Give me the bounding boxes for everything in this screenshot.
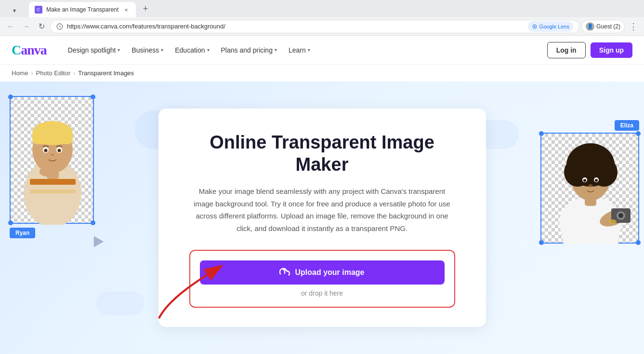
nav-actions: Log in Sign up (547, 42, 632, 58)
google-lens-icon (532, 24, 538, 29)
profile-label: Guest (2) (596, 23, 620, 30)
tab-favicon: C (35, 6, 42, 14)
person-eliza-badge: Eliza (615, 120, 639, 131)
breadcrumb: Home › Photo Editor › Transparent Images (0, 65, 644, 82)
google-lens-label: Google Lens (539, 24, 569, 29)
checkered-bg-right (541, 134, 638, 243)
svg-point-31 (583, 179, 586, 182)
chevron-down-icon: ▾ (308, 47, 310, 53)
tab-list-btn[interactable]: ▾ (8, 4, 21, 17)
profile-avatar: 👤 (586, 22, 594, 31)
person-frame-right (540, 133, 639, 244)
svg-point-34 (588, 184, 593, 187)
signup-button[interactable]: Sign up (591, 42, 632, 58)
breadcrumb-home[interactable]: Home (12, 69, 28, 77)
navbar: Canva Design spotlight ▾ Business ▾ Educ… (0, 36, 644, 65)
arrow-indicator-left (89, 233, 105, 249)
canva-logo[interactable]: Canva (12, 42, 47, 58)
svg-point-13 (58, 149, 61, 152)
nav-education[interactable]: Education ▾ (169, 42, 215, 58)
svg-point-2 (534, 26, 535, 27)
forward-btn[interactable]: → (19, 20, 33, 33)
svg-point-33 (595, 179, 598, 182)
svg-point-29 (572, 147, 609, 174)
person-frame-left (10, 96, 94, 224)
person-card-left: Ryan (10, 96, 94, 238)
red-arrow-svg (149, 260, 236, 323)
google-lens-btn[interactable]: Google Lens (528, 21, 573, 32)
corner-tr-left (91, 95, 95, 99)
corner-bl-right (539, 240, 544, 245)
corner-bl-left (8, 220, 13, 225)
nav-links: Design spotlight ▾ Business ▾ Education … (62, 42, 547, 58)
upload-image-button[interactable]: Upload your image (200, 260, 445, 285)
chevron-down-icon: ▾ (161, 47, 163, 53)
chevron-down-icon: ▾ (207, 47, 210, 53)
corner-br-right (636, 240, 641, 245)
corner-br-left (91, 220, 95, 225)
svg-rect-5 (30, 190, 76, 193)
corner-tl-right (539, 131, 544, 136)
breadcrumb-current: Transparent Images (78, 69, 134, 77)
bg-cloud-3 (96, 291, 145, 315)
drop-text: or drop it here (301, 289, 343, 297)
svg-rect-9 (32, 130, 73, 144)
security-icon (56, 23, 63, 30)
hero-section: Ryan Online Transparent Image Maker Make… (0, 82, 644, 354)
address-bar-row: ← → ↻ Google Lens 👤 Guest (2) ⋮ (0, 17, 644, 36)
svg-point-11 (44, 149, 48, 152)
red-arrow (149, 260, 236, 325)
upload-cloud-icon (279, 267, 290, 278)
chevron-down-icon: ▾ (275, 47, 277, 53)
breadcrumb-photo-editor[interactable]: Photo Editor (36, 69, 71, 77)
hero-title: Online Transparent Image Maker (189, 132, 455, 176)
nav-plans-pricing[interactable]: Plans and pricing ▾ (215, 42, 283, 58)
person-card-right: Eliza (540, 120, 639, 244)
breadcrumb-sep-2: › (73, 70, 75, 77)
tab-bar: ▾ C Make an Image Transparent × + (0, 0, 644, 17)
canva-page: Canva Design spotlight ▾ Business ▾ Educ… (0, 36, 644, 354)
chrome-menu-btn[interactable]: ⋮ (627, 20, 640, 33)
refresh-btn[interactable]: ↻ (35, 20, 48, 33)
active-tab[interactable]: C Make an Image Transparent × (29, 2, 136, 17)
person-eliza-svg (541, 134, 640, 245)
nav-design-spotlight[interactable]: Design spotlight ▾ (62, 42, 126, 58)
person-ryan-badge: Ryan (10, 228, 35, 238)
url-input[interactable] (67, 23, 524, 30)
svg-point-14 (39, 167, 54, 177)
tab-close-btn[interactable]: × (122, 6, 130, 14)
position-arrow-left (89, 233, 104, 247)
svg-point-35 (609, 219, 617, 223)
svg-rect-4 (30, 179, 76, 185)
login-button[interactable]: Log in (547, 42, 586, 58)
svg-marker-15 (89, 233, 104, 247)
profile-btn[interactable]: 👤 Guest (2) (581, 20, 625, 33)
browser-tab-list-controls: ▾ (4, 4, 25, 17)
corner-tr-right (636, 131, 641, 136)
nav-business[interactable]: Business ▾ (126, 42, 169, 58)
nav-learn[interactable]: Learn ▾ (283, 42, 316, 58)
back-btn[interactable]: ← (4, 20, 17, 33)
tab-title: Make an Image Transparent (46, 6, 118, 13)
chevron-down-icon: ▾ (118, 47, 120, 53)
new-tab-btn[interactable]: + (139, 2, 152, 15)
address-bar[interactable]: Google Lens (50, 20, 579, 33)
svg-point-23 (618, 213, 623, 218)
breadcrumb-sep-1: › (31, 70, 33, 77)
person-ryan-svg (11, 97, 95, 225)
hero-description: Make your image blend seamlessly with an… (189, 185, 455, 234)
corner-tl-left (8, 95, 13, 99)
checkered-bg-left (11, 97, 93, 223)
